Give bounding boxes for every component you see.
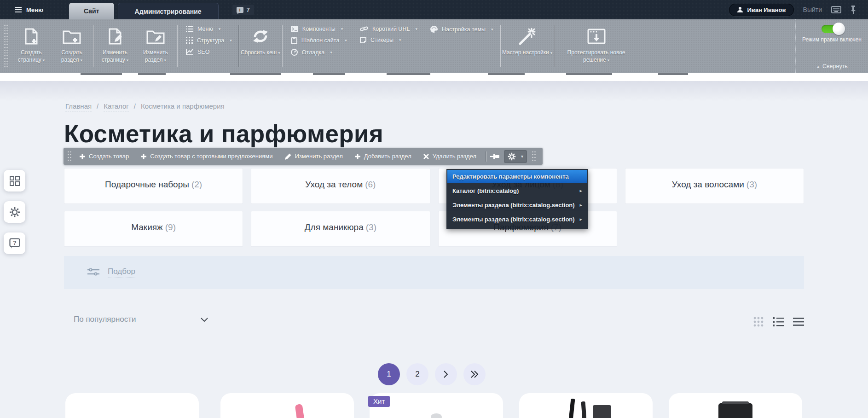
stickers-item[interactable]: Стикеры▾ [360, 37, 417, 43]
delete-section-button[interactable]: Удалить раздел [417, 153, 482, 160]
site-template-item[interactable]: Шаблон сайта▾ [291, 37, 347, 44]
chevron-down-icon: ▾ [230, 38, 232, 43]
setup-wizard-button[interactable]: Мастер настройки▾ [502, 19, 553, 73]
dock-widgets-button[interactable] [4, 170, 25, 192]
breadcrumb-separator: / [97, 102, 98, 110]
category-count: (2) [191, 180, 202, 189]
sort-select[interactable]: По популярности [74, 315, 208, 324]
toggle-knob [833, 23, 845, 35]
pin-toolbar-icon[interactable] [490, 153, 500, 160]
category-tile[interactable]: Подарочные наборы(2) [64, 168, 243, 204]
menu-item-catalog[interactable]: Каталог (bitrix:catalog) ▸ [446, 184, 588, 198]
dashboard-grid-icon [10, 176, 20, 186]
ribbon-nav-stack: Меню▾ Структура▾ SEO [179, 19, 237, 73]
ribbon-drag-handle[interactable] [4, 24, 9, 68]
double-chevron-right-icon [471, 371, 479, 378]
create-product-sku-button[interactable]: Создать товар с торговыми предложениями [135, 153, 278, 160]
menu-item-section-elements-2[interactable]: Элементы раздела (bitrix:catalog.section… [446, 212, 588, 226]
create-section-button[interactable]: Создать раздел▾ [52, 19, 92, 73]
ribbon-divider [93, 25, 94, 67]
product-card[interactable] [669, 393, 802, 418]
chevron-down-icon: ▾ [278, 51, 280, 55]
triangle-up-icon: ▲ [816, 64, 820, 69]
reset-cache-button[interactable]: Сбросить кеш▾ [240, 19, 281, 73]
category-tile[interactable]: Макияж(9) [64, 211, 243, 247]
dock-help-button[interactable]: ? [4, 232, 25, 254]
tab-administration[interactable]: Администрирование [118, 3, 219, 19]
category-tiles-row1: Подарочные наборы(2) Уход за телом(6) Ух… [64, 168, 804, 204]
product-card[interactable] [220, 393, 354, 418]
chevron-down-icon: ▾ [164, 58, 167, 63]
short-url-item[interactable]: Короткий URL▾ [360, 26, 417, 32]
collapse-panel-button[interactable]: ▲Свернуть [816, 63, 848, 70]
window-download-icon [586, 25, 607, 47]
category-tile[interactable]: Уход за телом(6) [251, 168, 430, 204]
view-rows-button[interactable] [793, 318, 804, 326]
category-count: (3) [746, 180, 757, 189]
list-icon [186, 26, 193, 32]
category-tile[interactable]: Для маникюра(3) [251, 211, 430, 247]
seo-item[interactable]: SEO [186, 48, 232, 55]
create-product-button[interactable]: Создать товар [74, 153, 135, 160]
toolbar-divider [486, 151, 486, 162]
filter-toggle[interactable]: Подбор [108, 267, 135, 278]
components-item[interactable]: Компоненты▾ [291, 26, 347, 32]
product-image [569, 399, 575, 418]
toolbar-drag-handle[interactable] [67, 151, 72, 163]
dock-settings-button[interactable] [4, 201, 25, 223]
x-icon [423, 154, 429, 159]
chevron-down-icon [201, 318, 208, 322]
ribbon-divider [238, 25, 239, 67]
pagination-last-button[interactable] [463, 363, 486, 385]
create-page-button[interactable]: Создать страницу▾ [11, 19, 52, 73]
pagination-page-1[interactable]: 1 [378, 363, 400, 385]
edit-section-button[interactable]: Изменить раздел [279, 153, 349, 160]
menu-item-section-elements-1[interactable]: Элементы раздела (bitrix:catalog.section… [446, 198, 588, 212]
notifications-badge[interactable]: i 7 [232, 5, 254, 15]
menu-settings-item[interactable]: Меню▾ [186, 26, 232, 32]
page-edit-icon [106, 25, 124, 47]
add-section-button[interactable]: Добавить раздел [349, 153, 417, 160]
breadcrumb-home[interactable]: Главная [65, 102, 92, 111]
section-edit-toolbar: Создать товар Создать товар с торговыми … [64, 148, 543, 165]
terminal-icon [291, 26, 298, 32]
hamburger-menu-icon[interactable] [15, 7, 22, 12]
breadcrumb-catalog[interactable]: Каталог [104, 102, 129, 111]
component-settings-button[interactable]: ▾ [504, 150, 527, 163]
view-grid-button[interactable] [753, 317, 764, 327]
page-add-icon [23, 25, 40, 47]
svg-text:?: ? [13, 239, 16, 246]
hotkeys-keyboard-icon[interactable] [831, 6, 841, 13]
user-button[interactable]: Иван Иванов [729, 4, 794, 16]
test-solution-button[interactable]: Протестировать новое решение▾ [556, 19, 637, 73]
help-chat-icon: ? [9, 238, 20, 249]
pagination-page-2[interactable]: 2 [406, 363, 428, 385]
edit-section-button[interactable]: Изменить раздел▾ [135, 19, 176, 73]
pagination-next-button[interactable] [435, 363, 457, 385]
ribbon-divider [500, 25, 501, 67]
menu-item-edit-component-params[interactable]: Редактировать параметры компонента [447, 170, 587, 183]
product-card[interactable] [519, 393, 653, 418]
view-list-button[interactable] [773, 317, 784, 326]
debug-item[interactable]: Отладка▾ [291, 49, 347, 56]
page-title: Косметика и парфюмерия [64, 120, 383, 148]
ribbon-divider [554, 25, 555, 67]
breadcrumb: Главная / Каталог / Косметика и парфюмер… [65, 102, 225, 111]
ribbon-divider [282, 25, 283, 67]
category-count: (9) [165, 222, 176, 232]
palette-icon [430, 26, 438, 33]
structure-item[interactable]: Структура▾ [186, 37, 232, 44]
topbar-menu-button[interactable]: Меню [26, 6, 43, 13]
info-bubble-icon: i [237, 7, 243, 13]
category-tile[interactable]: Уход за волосами(3) [625, 168, 804, 204]
tab-site[interactable]: Сайт [69, 3, 114, 19]
edit-page-button[interactable]: Изменить страницу▾ [95, 19, 135, 73]
pin-panel-icon[interactable] [851, 5, 856, 14]
theme-settings-item[interactable]: Настройка темы▾ [430, 26, 493, 33]
chevron-down-icon: ▾ [81, 58, 83, 63]
product-card[interactable] [65, 393, 199, 418]
link-icon [360, 26, 368, 32]
toolbar-drag-handle[interactable] [532, 151, 536, 163]
logout-link[interactable]: Выйти [803, 6, 822, 13]
edit-mode-toggle[interactable] [822, 25, 843, 33]
